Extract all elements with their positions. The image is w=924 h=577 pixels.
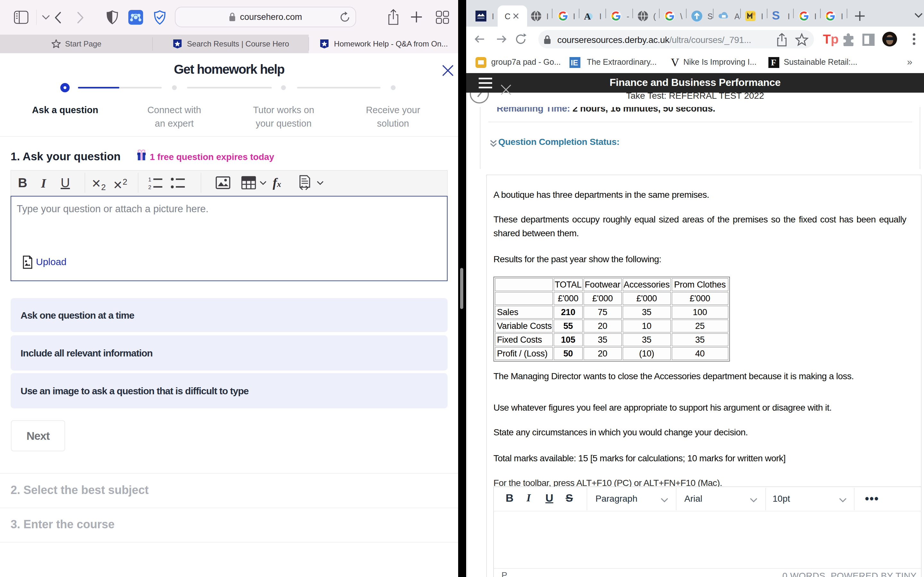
svg-text:A: A [584, 11, 591, 21]
svg-text:1: 1 [148, 177, 151, 183]
svg-text:2: 2 [148, 184, 151, 190]
